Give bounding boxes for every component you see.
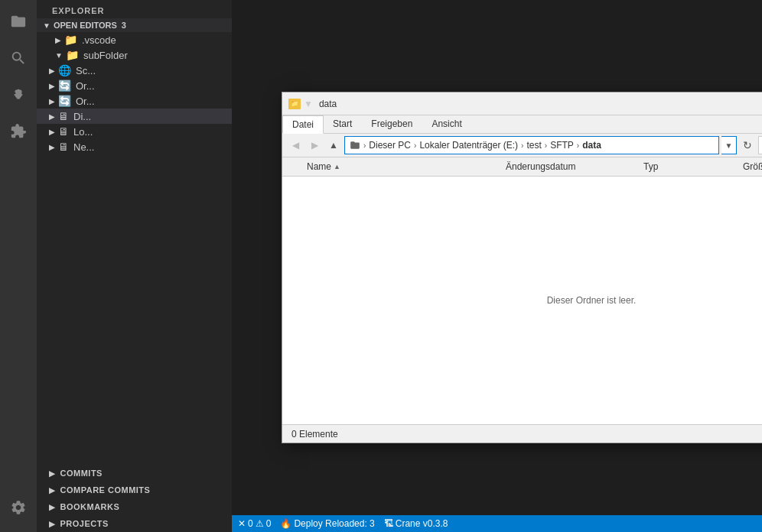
item-icon: 🖥 bbox=[58, 110, 69, 122]
item-icon: 🌐 bbox=[58, 64, 71, 76]
chevron-icon: ▶ bbox=[49, 112, 55, 121]
error-icon: ✕ bbox=[238, 518, 246, 529]
tree-item-vscode[interactable]: ▶ 📁 .vscode bbox=[37, 32, 232, 47]
path-local-drive: Lokaler Datenträger (E:) bbox=[419, 140, 518, 151]
sidebar: EXPLORER ▼ OPEN EDITORS 3 ▶ 📁 .vscode ▼ … bbox=[37, 0, 232, 532]
refresh-button[interactable]: ↻ bbox=[739, 136, 756, 154]
tree-item-subfolder[interactable]: ▼ 📁 subFolder bbox=[37, 47, 232, 63]
folder-yellow-icon: 📁 bbox=[288, 99, 301, 109]
item-icon: 🔄 bbox=[58, 79, 71, 92]
file-list-area: Dieser Ordner ist leer. bbox=[282, 177, 762, 424]
items-count: 0 Elemente bbox=[291, 429, 338, 440]
bookmarks-section[interactable]: ▶ BOOKMARKS bbox=[37, 498, 232, 515]
search-box: 🔍 bbox=[758, 136, 762, 154]
address-bar-row: ◀ ▶ ▲ › Dieser PC › Lokaler Datenträger … bbox=[282, 134, 762, 157]
tree-item-or2[interactable]: ▶ 🔄 Or... bbox=[37, 93, 232, 109]
path-dropdown-button[interactable]: ▼ bbox=[721, 136, 737, 154]
tree-item-di[interactable]: ▶ 🖥 Di... bbox=[37, 109, 232, 124]
path-test: test bbox=[526, 140, 541, 151]
tree-item-ne[interactable]: ▶ 🖥 Ne... bbox=[37, 139, 232, 154]
chevron-icon: ▶ bbox=[49, 143, 55, 151]
activity-extensions-icon[interactable] bbox=[0, 113, 37, 150]
compare-commits-chevron: ▶ bbox=[49, 486, 56, 495]
dialog-titlebar: 📁 ▼ data ─ □ ✕ bbox=[282, 92, 762, 115]
errors-status[interactable]: ✕ 0 ⚠ 0 bbox=[238, 518, 271, 529]
item-icon: 🖥 bbox=[58, 141, 69, 153]
empty-folder-message: Dieser Ordner ist leer. bbox=[547, 295, 637, 306]
bookmarks-chevron: ▶ bbox=[49, 503, 56, 511]
titlebar-folder-icon: 📁 bbox=[288, 99, 301, 109]
item-icon: 🔄 bbox=[58, 95, 71, 107]
forward-button[interactable]: ▶ bbox=[306, 137, 323, 154]
open-editors-header[interactable]: ▼ OPEN EDITORS 3 bbox=[37, 18, 232, 32]
chevron-icon: ▶ bbox=[49, 128, 55, 136]
crane-status[interactable]: 🏗 Crane v0.3.8 bbox=[384, 518, 448, 529]
chevron-icon: ▶ bbox=[55, 36, 61, 44]
compare-commits-section[interactable]: ▶ COMPARE COMMITS bbox=[37, 482, 232, 498]
tab-ansicht[interactable]: Ansicht bbox=[422, 115, 471, 133]
main-area: 📁 ▼ data ─ □ ✕ Datei Start Freigeben Ans… bbox=[232, 0, 762, 532]
status-bar: ✕ 0 ⚠ 0 🔥 Deploy Reloaded: 3 🏗 Crane v0.… bbox=[232, 515, 762, 532]
tree-item-or1[interactable]: ▶ 🔄 Or... bbox=[37, 78, 232, 93]
sort-arrow-icon: ▲ bbox=[334, 163, 340, 170]
deploy-icon: 🔥 bbox=[280, 518, 291, 529]
chevron-icon: ▶ bbox=[49, 66, 55, 75]
explorer-dialog: 📁 ▼ data ─ □ ✕ Datei Start Freigeben Ans… bbox=[282, 92, 762, 443]
activity-git-icon[interactable] bbox=[0, 76, 37, 113]
projects-section[interactable]: ▶ PROJECTS bbox=[37, 515, 232, 532]
path-segment bbox=[350, 140, 360, 151]
tab-freigeben[interactable]: Freigeben bbox=[362, 115, 422, 133]
path-data: data bbox=[582, 140, 601, 151]
open-editors-section: ▼ OPEN EDITORS 3 ▶ 📁 .vscode ▼ 📁 subFold… bbox=[37, 18, 232, 63]
column-headers: Name ▲ Änderungsdatum Typ Größe bbox=[282, 157, 762, 177]
activity-settings-icon[interactable] bbox=[0, 489, 37, 526]
back-button[interactable]: ◀ bbox=[287, 137, 304, 154]
col-header-name[interactable]: Name ▲ bbox=[301, 159, 500, 174]
chevron-icon: ▶ bbox=[49, 82, 55, 90]
titlebar-dropdown-icon: ▼ bbox=[304, 99, 313, 109]
commits-section[interactable]: ▶ COMMITS bbox=[37, 465, 232, 482]
col-header-date[interactable]: Änderungsdatum bbox=[500, 159, 637, 174]
projects-chevron: ▶ bbox=[49, 520, 56, 528]
chevron-icon: ▶ bbox=[49, 97, 55, 105]
folder-icon: 📁 bbox=[66, 49, 79, 61]
tree-item-lo[interactable]: ▶ 🖥 Lo... bbox=[37, 124, 232, 139]
path-dieser-pc: Dieser PC bbox=[369, 140, 411, 151]
up-button[interactable]: ▲ bbox=[325, 137, 342, 154]
activity-bar bbox=[0, 0, 37, 532]
path-sftp: SFTP bbox=[550, 140, 574, 151]
tree-item-sc[interactable]: ▶ 🌐 Sc... bbox=[37, 63, 232, 78]
explorer-statusbar: 0 Elemente ⊞ ☰ bbox=[282, 424, 762, 443]
col-header-type[interactable]: Typ bbox=[637, 159, 737, 174]
address-path[interactable]: › Dieser PC › Lokaler Datenträger (E:) ›… bbox=[344, 136, 719, 154]
ribbon-tabs: Datei Start Freigeben Ansicht ? bbox=[282, 115, 762, 134]
open-editors-chevron: ▼ bbox=[43, 21, 50, 30]
col-header-size[interactable]: Größe bbox=[737, 159, 762, 174]
sidebar-header: EXPLORER bbox=[37, 0, 232, 18]
tab-datei[interactable]: Datei bbox=[282, 115, 324, 134]
tab-start[interactable]: Start bbox=[324, 115, 362, 133]
titlebar-left: 📁 ▼ data bbox=[288, 99, 337, 109]
dialog-title: data bbox=[319, 99, 337, 109]
warning-icon: ⚠ bbox=[256, 518, 264, 529]
activity-search-icon[interactable] bbox=[0, 40, 37, 76]
item-icon: 🖥 bbox=[58, 125, 69, 138]
bottom-sections: ▶ COMMITS ▶ COMPARE COMMITS ▶ BOOKMARKS … bbox=[37, 465, 232, 532]
activity-files-icon[interactable] bbox=[0, 3, 37, 40]
path-sep: › bbox=[363, 141, 366, 150]
folder-icon: 📁 bbox=[64, 34, 77, 46]
deploy-status[interactable]: 🔥 Deploy Reloaded: 3 bbox=[280, 518, 374, 529]
crane-icon: 🏗 bbox=[384, 518, 393, 529]
commits-chevron: ▶ bbox=[49, 469, 56, 478]
chevron-icon: ▼ bbox=[55, 51, 63, 60]
